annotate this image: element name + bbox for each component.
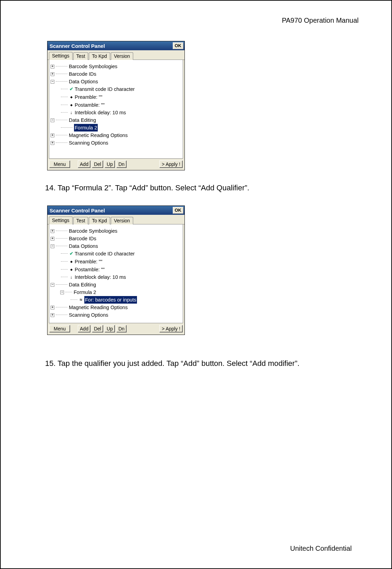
tree-item[interactable]: Data Editing <box>69 116 96 124</box>
del-button[interactable]: Del <box>92 325 103 333</box>
expand-icon[interactable]: + <box>51 237 54 241</box>
up-button[interactable]: Up <box>105 325 115 333</box>
tree-item[interactable]: Data Editing <box>69 281 96 288</box>
tab-test[interactable]: Test <box>73 52 88 60</box>
toolbar: Menu Add Del Up Dn > Apply ! <box>47 323 184 335</box>
tree-item[interactable]: Barcode IDs <box>69 70 96 78</box>
expand-icon[interactable]: + <box>51 134 54 137</box>
tab-tokpd[interactable]: To Kpd <box>89 217 110 224</box>
collapse-icon[interactable]: − <box>51 118 54 122</box>
approx-icon <box>79 296 83 304</box>
del-button[interactable]: Del <box>92 160 103 168</box>
tree-item[interactable]: Scanning Options <box>69 311 108 319</box>
window-title: Scanner Control Panel <box>50 208 172 213</box>
tab-test[interactable]: Test <box>73 217 88 224</box>
tree-item[interactable]: Data Options <box>69 78 98 85</box>
page-header: PA970 Operation Manual <box>47 17 359 24</box>
scanner-window-2: Scanner Control Panel OK Settings Test T… <box>47 206 185 335</box>
tree-item[interactable]: Transmit code ID character <box>75 250 135 257</box>
tree-item[interactable]: Postamble: "" <box>75 266 105 273</box>
tree-view[interactable]: +Barcode Symbologies +Barcode IDs −Data … <box>49 224 183 323</box>
bullet-icon <box>69 101 73 109</box>
collapse-icon[interactable]: − <box>51 283 54 287</box>
tree-view[interactable]: +Barcode Symbologies +Barcode IDs −Data … <box>49 60 183 159</box>
tree-item[interactable]: Postamble: "" <box>75 101 105 109</box>
window-title: Scanner Control Panel <box>50 43 172 49</box>
tree-item[interactable]: Barcode IDs <box>69 235 96 242</box>
tree-item[interactable]: Preamble: "" <box>75 93 102 101</box>
tree-item[interactable]: Formula 2 <box>74 288 96 296</box>
tree-item[interactable]: Data Options <box>69 242 98 250</box>
tree-item[interactable]: Interblock delay: 10 ms <box>75 273 126 281</box>
toolbar: Menu Add Del Up Dn > Apply ! <box>47 159 184 170</box>
ok-button[interactable]: OK <box>173 42 184 49</box>
tree-item[interactable]: Scanning Options <box>69 139 108 147</box>
up-button[interactable]: Up <box>105 160 115 168</box>
check-icon <box>69 85 73 93</box>
check-icon <box>69 250 73 257</box>
collapse-icon[interactable]: − <box>60 291 64 294</box>
collapse-icon[interactable]: − <box>51 80 54 84</box>
arrow-down-icon <box>69 109 73 116</box>
dn-button[interactable]: Dn <box>116 325 127 333</box>
expand-icon[interactable]: + <box>51 72 54 76</box>
step-15-text: 15. Tap the qualifier you just added. Ta… <box>45 359 359 368</box>
tree-item[interactable]: Barcode Symbologies <box>69 227 117 235</box>
tab-version[interactable]: Version <box>111 52 133 60</box>
tab-row: Settings Test To Kpd Version <box>47 215 184 224</box>
titlebar: Scanner Control Panel OK <box>47 206 184 215</box>
tree-item[interactable]: Preamble: "" <box>75 258 102 265</box>
expand-icon[interactable]: + <box>51 229 54 233</box>
dn-button[interactable]: Dn <box>116 160 127 168</box>
tree-item[interactable]: Magnetic Reading Options <box>69 304 128 311</box>
tree-item-selected[interactable]: Formula 2 <box>74 124 98 131</box>
tab-tokpd[interactable]: To Kpd <box>89 52 110 60</box>
expand-icon[interactable]: + <box>51 141 54 145</box>
collapse-icon[interactable]: − <box>51 244 54 248</box>
titlebar: Scanner Control Panel OK <box>47 41 184 50</box>
apply-button[interactable]: > Apply ! <box>159 325 183 333</box>
step-14-text: 14. Tap “Formula 2”. Tap “Add” button. S… <box>45 183 359 192</box>
tree-item[interactable]: Transmit code ID character <box>75 85 135 93</box>
bullet-icon <box>69 93 73 101</box>
tab-settings[interactable]: Settings <box>49 52 73 60</box>
apply-button[interactable]: > Apply ! <box>159 160 183 168</box>
page-footer: Unitech Confidential <box>290 545 352 552</box>
bullet-icon <box>69 265 73 273</box>
add-button[interactable]: Add <box>78 325 91 333</box>
menu-button[interactable]: Menu <box>49 325 70 333</box>
tab-row: Settings Test To Kpd Version <box>47 50 184 60</box>
menu-button[interactable]: Menu <box>49 160 70 168</box>
tree-item-selected[interactable]: For: barcodes or inputs <box>84 296 137 304</box>
tab-settings[interactable]: Settings <box>49 217 73 224</box>
tab-version[interactable]: Version <box>111 217 133 224</box>
tree-item[interactable]: Barcode Symbologies <box>69 63 117 70</box>
bullet-icon <box>69 257 73 265</box>
expand-icon[interactable]: + <box>51 306 54 309</box>
scanner-window-1: Scanner Control Panel OK Settings Test T… <box>47 41 185 170</box>
tree-item[interactable]: Magnetic Reading Options <box>69 131 128 139</box>
expand-icon[interactable]: + <box>51 65 54 69</box>
ok-button[interactable]: OK <box>173 207 184 214</box>
expand-icon[interactable]: + <box>51 313 54 317</box>
arrow-down-icon <box>69 273 73 281</box>
tree-item[interactable]: Interblock delay: 10 ms <box>75 109 126 116</box>
add-button[interactable]: Add <box>78 160 91 168</box>
